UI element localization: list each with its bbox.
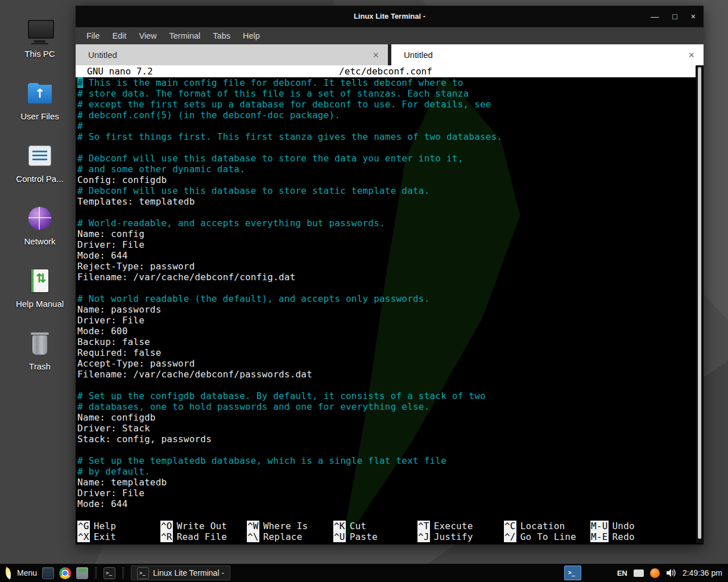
taskbar-tray: EN 2:49:36 pm	[564, 564, 728, 582]
shortcut-key: ^K	[333, 521, 346, 531]
editor-line: Filename: /var/cache/debconf/passwords.d…	[77, 369, 704, 380]
editor-line: Mode: 600	[77, 326, 704, 336]
editor-line	[77, 207, 704, 218]
editor-line: # Not world readable (the default), and …	[77, 293, 704, 304]
trash-icon	[26, 330, 53, 357]
nano-shortcut-go-to-line: ^/Go To Line	[504, 531, 590, 542]
tab-1[interactable]: Untitled×	[76, 44, 388, 65]
nano-shortcut-exit: ^XExit	[77, 531, 160, 542]
desktop-icon-control-pa[interactable]: Control Pa...	[0, 142, 80, 192]
nano-shortcut-redo: M-ERedo	[590, 531, 687, 542]
taskbar-window-button[interactable]: Linux Lite Terminal -	[131, 566, 230, 580]
taskbar-window-label: Linux Lite Terminal -	[153, 568, 224, 577]
editor-line: # This is the main config file for debco…	[77, 77, 704, 88]
nano-shortcut-undo: M-UUndo	[590, 521, 687, 531]
editor-line	[77, 142, 704, 153]
volume-icon[interactable]	[666, 568, 676, 577]
terminal-screen[interactable]: GNU nano 7.2 /etc/debconf.conf # This is…	[76, 65, 704, 544]
menu-view[interactable]: View	[133, 31, 163, 40]
editor-line: #	[77, 120, 704, 131]
nano-shortcut-write-out: ^OWrite Out	[160, 521, 247, 531]
editor-line: Name: passwords	[77, 304, 704, 315]
desktop-icon-help-manual[interactable]: Help Manual	[0, 267, 80, 317]
nano-shortcut-cut: ^KCut	[333, 521, 417, 531]
menu-tabs[interactable]: Tabs	[206, 31, 237, 40]
close-icon[interactable]: ×	[691, 13, 696, 20]
menu-help[interactable]: Help	[237, 31, 266, 40]
keyboard-icon[interactable]	[634, 569, 644, 577]
editor-text: # This is the main config file for debco…	[76, 77, 704, 509]
editor-line	[77, 282, 704, 293]
editor-line: Mode: 644	[77, 498, 704, 509]
editor-line: Name: templatedb	[77, 477, 704, 488]
desktop-icon-network[interactable]: Network	[0, 205, 80, 255]
editor-line: Config: configdb	[77, 174, 704, 185]
shortcut-key: ^\	[247, 531, 259, 542]
shortcut-key: M-U	[590, 521, 609, 531]
editor-line: Stack: config, passwords	[77, 434, 704, 444]
nano-shortcut-row: ^GHelp^OWrite Out^WWhere Is^KCut^TExecut…	[77, 521, 696, 531]
shortcut-label: Cut	[350, 521, 367, 531]
file-manager-launcher-icon[interactable]	[76, 567, 88, 579]
window-titlebar[interactable]: Linux Lite Terminal - — □ ×	[76, 6, 704, 27]
editor-line: Templates: templatedb	[77, 196, 704, 207]
window-controls: — □ ×	[651, 6, 696, 27]
computer-icon	[26, 17, 53, 44]
keyboard-layout-indicator[interactable]: EN	[617, 569, 627, 577]
clock[interactable]: 2:49:36 pm	[682, 568, 722, 577]
shortcut-key: ^R	[160, 531, 173, 542]
editor-line: Mode: 644	[77, 250, 704, 261]
taskbar-left: Menu Linux Lite Terminal -	[0, 564, 230, 582]
editor-line	[77, 444, 704, 455]
editor-line: # databases, one to hold passwords and o…	[77, 401, 704, 412]
desktop-icon-this-pc[interactable]: This PC	[0, 17, 80, 67]
notification-icon[interactable]	[650, 568, 660, 578]
maximize-icon[interactable]: □	[672, 13, 677, 20]
shortcut-key: ^U	[333, 531, 346, 542]
shortcut-key: ^J	[417, 531, 430, 542]
chrome-launcher-icon[interactable]	[59, 567, 71, 579]
scrollbar-thumb[interactable]	[698, 67, 701, 539]
tab-2[interactable]: Untitled×	[391, 44, 704, 65]
nano-shortcut-paste: ^UPaste	[333, 531, 417, 542]
shortcut-key: ^X	[77, 531, 90, 542]
tab-close-icon[interactable]: ×	[688, 50, 694, 60]
linux-lite-logo-icon[interactable]	[3, 567, 13, 579]
scrollbar[interactable]	[696, 66, 703, 543]
desktop-icon-trash[interactable]: Trash	[0, 330, 80, 380]
editor-line: Driver: File	[77, 488, 704, 498]
tab-close-icon[interactable]: ×	[373, 50, 379, 60]
editor-line: # debconf.conf(5) (in the debconf-doc pa…	[77, 110, 704, 120]
terminal-launcher-icon[interactable]	[104, 567, 115, 579]
desktop-icon-label: Control Pa...	[0, 174, 80, 184]
editor-line: # store data. The format of this file is…	[77, 88, 704, 99]
menu-file[interactable]: File	[80, 31, 106, 40]
menu-terminal[interactable]: Terminal	[163, 31, 207, 40]
shortcut-key: ^T	[417, 521, 430, 531]
desktop-icon-label: Network	[0, 236, 80, 246]
text-cursor: #	[77, 77, 83, 88]
shortcut-label: Redo	[613, 531, 635, 542]
menu-button[interactable]: Menu	[17, 568, 37, 577]
window-title: Linux Lite Terminal -	[76, 6, 704, 27]
minimize-icon[interactable]: —	[651, 13, 659, 20]
editor-line: # So first things first. This first stan…	[77, 131, 704, 142]
nano-shortcut-read-file: ^RRead File	[160, 531, 247, 542]
desktop-icon-label: Trash	[0, 361, 80, 371]
desktop-icon-user-files[interactable]: User Files	[0, 80, 80, 130]
menu-edit[interactable]: Edit	[106, 31, 133, 40]
shortcut-label: Exit	[94, 531, 116, 542]
tray-terminal-icon[interactable]	[564, 566, 581, 580]
shortcut-key: ^G	[77, 521, 90, 531]
shortcut-key: ^C	[504, 521, 516, 531]
display-launcher-icon[interactable]	[42, 567, 54, 579]
folder-icon	[26, 80, 53, 107]
control-panel-icon	[26, 142, 53, 169]
shortcut-label: Paste	[350, 531, 378, 542]
editor-line: Name: configdb	[77, 412, 704, 423]
launcher-separator	[122, 567, 124, 579]
editor-line: Filename: /var/cache/debconf/config.dat	[77, 272, 704, 282]
editor-line: Required: false	[77, 347, 704, 358]
nano-shortcut-row: ^XExit^RRead File^\Replace^UPaste^JJusti…	[77, 531, 696, 542]
tab-label: Untitled	[88, 50, 117, 60]
